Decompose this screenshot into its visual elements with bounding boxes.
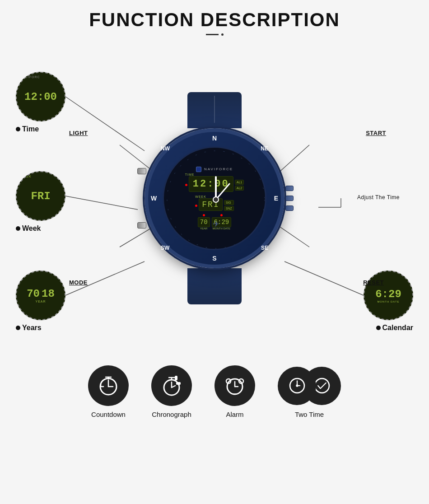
compass-N: N [212, 135, 217, 142]
watch-case: N S E W NE NW SE SW NAVIFORCE [145, 128, 284, 268]
function-countdown: Countdown [88, 365, 129, 418]
crown-middle[interactable] [285, 196, 294, 201]
crown-buttons[interactable] [285, 186, 294, 211]
label-time: Time [16, 125, 39, 133]
annotation-start: START [366, 130, 386, 136]
annotation-reset: RESET [363, 279, 384, 286]
countdown-label: Countdown [91, 411, 126, 418]
label-week-text: Week [22, 224, 41, 233]
callout-calendar-circle: 6:29 MONTH DATE [364, 271, 413, 320]
chronograph-icon [151, 365, 192, 406]
svg-point-28 [315, 378, 329, 393]
svg-rect-22 [176, 382, 181, 385]
two-time-icon [278, 365, 341, 406]
analog-hands-svg: ✈ [164, 148, 265, 249]
watch-strap-top [187, 92, 242, 128]
callout-time-brand: NAVIFORC [20, 75, 40, 79]
alarm-icon [214, 365, 255, 406]
function-alarm: Alarm [214, 365, 255, 418]
svg-line-1 [65, 196, 138, 210]
svg-line-2 [65, 261, 145, 295]
compass-E: E [274, 195, 278, 202]
countdown-icon [88, 365, 129, 406]
compass-W: W [151, 195, 157, 202]
button-light-top[interactable] [137, 168, 146, 174]
annotation-light: LIGHT [69, 130, 88, 136]
alarm-label: Alarm [226, 411, 243, 418]
label-time-text: Time [22, 125, 39, 133]
callout-week-display: FRI [31, 190, 50, 202]
alarm-svg [223, 374, 247, 397]
title-decoration [206, 33, 224, 36]
label-years-text: Years [22, 324, 42, 332]
function-row: Countdown Chronograph [70, 365, 359, 418]
diagram-area: NAVIFORC 12:00 Time WEEK FRI Week 70 18 … [11, 45, 418, 352]
two-time-label: Two Time [295, 411, 324, 418]
callout-year-sub: YEAR [35, 300, 46, 303]
svg-point-12 [213, 197, 219, 202]
callout-calendar-sub: MONTH DATE [377, 300, 399, 303]
callout-year-display-top: 70 [27, 288, 40, 300]
svg-rect-21 [175, 376, 177, 380]
callout-calendar-display: 6:29 [375, 288, 401, 300]
two-time-circle-1 [278, 367, 316, 405]
callout-time-display: 12:00 [24, 91, 57, 103]
bullet-week [16, 226, 20, 231]
bullet-time [16, 127, 20, 131]
label-years: Years [16, 324, 42, 332]
watch-strap-bottom [187, 268, 242, 304]
svg-text:✈: ✈ [213, 219, 219, 229]
watch-diagram: N S E W NE NW SE SW NAVIFORCE [138, 76, 291, 320]
label-calendar: Calendar [376, 324, 413, 332]
countdown-svg [97, 374, 120, 397]
crown-reset[interactable] [285, 205, 294, 211]
svg-line-3 [284, 261, 364, 295]
page-title: FUNCTION DESCRIPTION [89, 9, 340, 31]
chronograph-svg [160, 374, 183, 397]
bullet-calendar [376, 326, 381, 330]
crown-start[interactable] [285, 186, 294, 191]
callout-year-circle: 70 18 YEAR [16, 271, 65, 320]
chronograph-label: Chronograph [152, 411, 191, 418]
button-mode-bottom[interactable] [137, 222, 146, 229]
svg-point-27 [296, 384, 298, 387]
callout-week-sub: WEEK [20, 175, 32, 178]
function-two-time: Two Time [278, 365, 341, 418]
callout-year-display-bot: 18 [42, 288, 55, 300]
svg-line-0 [65, 97, 145, 151]
function-chronograph: Chronograph [151, 365, 192, 418]
callout-time-circle: NAVIFORC 12:00 [16, 72, 65, 121]
label-week: Week [16, 224, 41, 233]
watch-face: NAVIFORCE TIME 12:00 AL1 AL2 [163, 146, 266, 250]
compass-S: S [212, 255, 216, 262]
annotation-adjust: Adjust The Time [357, 194, 400, 201]
label-calendar-text: Calendar [382, 324, 413, 332]
bullet-years [16, 326, 20, 330]
annotation-mode: MODE [69, 279, 88, 286]
callout-week-circle: WEEK FRI [16, 171, 65, 221]
